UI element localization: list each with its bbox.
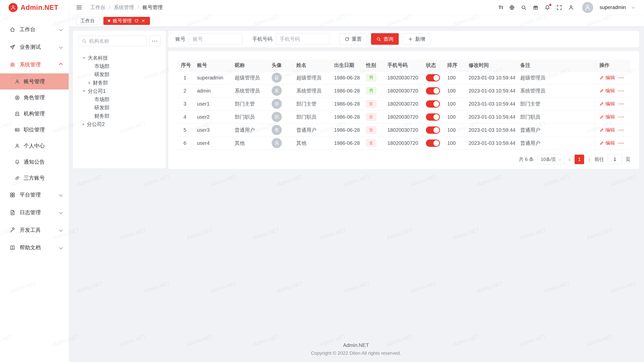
caret-down-icon[interactable] [83,57,86,59]
row-more-button[interactable]: ··· [619,127,624,133]
notification-bell-icon[interactable] [545,5,550,10]
page-size-select[interactable]: 10条/页 [537,154,565,164]
edit-button[interactable]: 编辑 [599,140,615,146]
cell-account: admin [193,84,231,97]
breadcrumb-item[interactable]: 工作台 [90,4,105,11]
sidebar-item-role-management[interactable]: 角色管理 [0,89,69,106]
footer: Admin.NET Copyright © 2022 Dilon All rig… [73,342,639,362]
row-more-button[interactable]: ··· [619,101,624,107]
avatar[interactable] [582,2,593,13]
sidebar-item-third-party-account[interactable]: 三方账号 [0,170,69,186]
search-icon[interactable] [521,5,527,10]
tree-node[interactable]: 研发部 [78,70,161,79]
prev-page-button[interactable]: ‹ [568,156,571,163]
plus-icon [408,37,413,41]
sidebar-item-business-test[interactable]: 业务测试 [0,38,69,56]
fullscreen-icon[interactable] [556,5,562,10]
tree-node[interactable]: 市场部 [78,62,161,70]
logo[interactable]: Admin.NET [0,0,69,15]
status-toggle[interactable] [426,74,440,81]
cell-name: 部门主管 [292,97,330,110]
status-toggle[interactable] [426,100,440,108]
font-size-icon[interactable]: Tt [499,5,503,10]
sidebar-item-system-management[interactable]: 系统管理 [0,56,69,73]
status-toggle[interactable] [426,140,440,147]
caret-down-icon[interactable] [83,90,86,92]
add-button[interactable]: 新增 [403,33,430,45]
tab-account-management[interactable]: 账号管理 [103,17,150,25]
sidebar-item-dev-tools[interactable]: 开发工具 [0,221,69,239]
theme-icon[interactable] [533,5,538,10]
cell-remark: 系统管理员 [516,84,595,97]
chevron-down-icon[interactable] [632,5,635,9]
sidebar-item-notice[interactable]: 通知公告 [0,154,69,170]
col-avatar: 头像 [268,60,292,71]
search-button[interactable]: 查询 [371,33,399,45]
reset-button[interactable]: 重置 [339,33,367,45]
sidebar-item-label: 系统管理 [20,61,41,68]
sidebar-item-platform-management[interactable]: 平台管理 [0,186,69,204]
sidebar-item-help-docs[interactable]: 帮助文档 [0,239,69,256]
goto-page-input[interactable] [608,154,622,164]
sidebar-item-post-management[interactable]: 职位管理 [0,122,69,138]
row-more-button[interactable]: ··· [619,140,624,146]
tree-node[interactable]: 财务部 [78,112,161,120]
tree-node[interactable]: 财务部 [78,79,161,87]
edit-button[interactable]: 编辑 [599,114,615,120]
cell-remark: 普通用户 [516,137,595,150]
edit-button[interactable]: 编辑 [599,74,615,81]
row-avatar: 普 [272,125,282,135]
edit-button[interactable]: 编辑 [599,127,615,133]
col-remark: 备注 [516,60,595,71]
col-modified-time: 修改时间 [465,60,516,71]
notification-badge [549,4,551,6]
breadcrumb-item[interactable]: 系统管理 [114,4,134,11]
tree-node[interactable]: 分公司1 [78,87,161,95]
user-icon[interactable] [568,5,574,10]
sidebar-item-log-management[interactable]: 日志管理 [0,204,69,221]
username[interactable]: superadmin [599,5,626,10]
row-more-button[interactable]: ··· [619,75,624,81]
home-icon [10,27,15,32]
row-more-button[interactable]: ··· [619,114,624,120]
cell-status [422,97,443,110]
breadcrumb: 工作台 / 系统管理 / 账号管理 [90,4,163,11]
status-toggle[interactable] [426,113,440,121]
sidebar-item-account-management[interactable]: 账号管理 [0,73,69,89]
cell-birthdate: 1986-06-28 [330,137,362,150]
breadcrumb-current: 账号管理 [142,4,163,11]
cell-name: 超级管理员 [292,71,330,84]
cell-phone: 18020030720 [383,84,422,97]
edit-icon [599,88,604,93]
caret-right-icon[interactable] [89,81,91,84]
org-more-button[interactable]: ··· [149,36,161,46]
caret-right-icon[interactable] [83,123,85,126]
globe-icon[interactable] [509,5,515,10]
edit-button[interactable]: 编辑 [599,87,615,94]
sidebar-item-personal-center[interactable]: 个人中心 [0,138,69,154]
cell-index: 6 [177,137,193,150]
sidebar-item-workbench[interactable]: 工作台 [0,21,69,38]
phone-input[interactable] [280,36,326,42]
search-icon [82,39,87,43]
tree-node[interactable]: 大名科技 [78,54,161,62]
row-more-button[interactable]: ··· [619,88,624,94]
next-page-button[interactable]: › [588,156,591,163]
tab-workbench[interactable]: 工作台 [76,17,99,25]
org-search-input[interactable] [89,38,143,44]
status-toggle[interactable] [426,87,440,95]
refresh-icon[interactable] [134,19,139,23]
org-tree: 大名科技 市场部 研发部 财务部 分公司1 市场部 研发部 财务部 分公司2 [78,54,161,128]
page-number-active[interactable]: 1 [575,155,584,164]
account-input[interactable] [193,36,238,42]
tree-node[interactable]: 市场部 [78,95,161,104]
tree-node[interactable]: 研发部 [78,104,161,112]
status-toggle[interactable] [426,126,440,134]
edit-button[interactable]: 编辑 [599,101,615,107]
close-icon[interactable] [141,19,145,23]
book-icon [10,245,15,251]
accounts-table: 序号 账号 昵称 头像 姓名 出生日期 性别 手机号码 状态 排序 修改时间 [177,60,630,150]
tree-node[interactable]: 分公司2 [78,120,161,128]
hamburger-menu-icon[interactable] [76,4,82,11]
sidebar-item-org-management[interactable]: 机构管理 [0,106,69,122]
